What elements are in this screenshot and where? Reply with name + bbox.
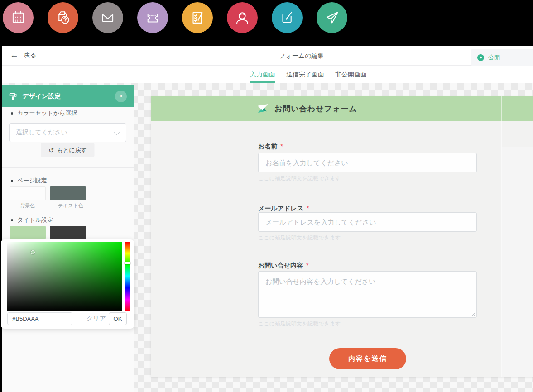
publish-label: 公開	[488, 53, 500, 62]
page-text-swatch-label: テキスト色	[58, 202, 83, 209]
resize-handle-icon[interactable]	[471, 312, 475, 316]
saturation-cursor[interactable]	[31, 250, 35, 254]
inquiry-textarea-wrap	[258, 271, 477, 318]
title-text-color-swatch[interactable]	[50, 226, 86, 239]
editor-header: ← 戻る フォームの編集 公開	[2, 46, 533, 66]
bullet-icon	[11, 112, 13, 115]
form-title: お問い合わせフォーム	[274, 104, 357, 114]
saturation-area[interactable]	[7, 242, 122, 311]
color-set-section-label: カラーセットから選択	[11, 109, 77, 117]
title-background-color-swatch[interactable]	[10, 226, 46, 239]
launcher-item-support[interactable]	[227, 2, 258, 33]
page-section-label: ページ設定	[11, 177, 47, 185]
design-settings-title: デザイン設定	[22, 92, 61, 100]
name-input[interactable]	[258, 153, 477, 172]
ticket-icon	[144, 9, 161, 26]
reset-label: もとに戻す	[57, 146, 87, 154]
title-section-label: タイトル設定	[11, 216, 53, 224]
publish-button[interactable]: 公開	[471, 49, 533, 66]
hex-color-input[interactable]	[7, 312, 72, 325]
page-text-color-swatch[interactable]	[50, 186, 86, 200]
back-label: 戻る	[24, 51, 36, 59]
paper-plane-icon	[323, 9, 341, 26]
submit-button[interactable]: 内容を送信	[329, 348, 406, 369]
back-arrow-icon: ←	[10, 51, 19, 60]
required-mark: *	[307, 205, 309, 212]
email-input[interactable]	[258, 212, 477, 232]
ok-button[interactable]: OK	[109, 312, 127, 325]
support-agent-icon	[234, 9, 251, 26]
required-mark: *	[280, 143, 283, 150]
launcher-item-forms[interactable]	[182, 2, 213, 33]
field-help-name: ここに補足説明文を記載できます	[258, 175, 341, 182]
play-icon	[477, 54, 484, 61]
card-right-overlay	[502, 147, 533, 377]
screen-tabbar: 入力画面 送信完了画面 非公開画面	[2, 66, 533, 83]
back-button[interactable]: ← 戻る	[10, 51, 36, 60]
page-title: フォームの編集	[279, 52, 324, 60]
field-help-inquiry: ここに補足説明文を記載できます	[258, 320, 341, 328]
field-label-email: メールアドレス*	[258, 205, 309, 213]
inquiry-textarea[interactable]	[258, 271, 477, 318]
form-title-row: お問い合わせフォーム	[257, 96, 357, 121]
page-background-swatch-label: 背景色	[20, 202, 35, 209]
mail-icon	[99, 9, 116, 26]
reset-button[interactable]: ↺ もとに戻す	[41, 143, 95, 157]
chevron-down-icon	[114, 129, 120, 135]
launcher-item-mail[interactable]	[92, 2, 123, 33]
section-divider	[2, 167, 134, 168]
field-label-name: お名前*	[258, 143, 283, 151]
app-window: ← 戻る フォームの編集 公開 入力画面 送信完了画面 非公開画面	[2, 46, 533, 392]
page-background-color-swatch[interactable]	[10, 186, 46, 200]
calendar-icon	[10, 9, 27, 26]
color-set-select-value: 選択してください	[16, 129, 67, 137]
launcher-item-ticket[interactable]	[137, 2, 168, 33]
design-settings-header: デザイン設定 ✕	[2, 85, 134, 107]
compose-icon	[279, 9, 296, 26]
hue-slider-handle[interactable]	[125, 262, 130, 264]
bullet-icon	[11, 180, 13, 182]
editor-canvas: デザイン設定 ✕ カラーセットから選択 選択してください ↺ もとに戻す ページ…	[2, 83, 533, 392]
form-title-bar[interactable]: お問い合わせフォーム	[151, 96, 533, 121]
field-label-inquiry: お問い合せ内容*	[258, 262, 308, 270]
clear-button[interactable]: クリア	[84, 314, 109, 323]
field-help-email: ここに補足説明文を記載できます	[258, 234, 341, 242]
launcher-item-calendar[interactable]	[3, 2, 34, 33]
screen-tabs: 入力画面 送信完了画面 非公開画面	[250, 66, 367, 83]
launcher-bar	[0, 0, 533, 46]
required-mark: *	[306, 262, 308, 269]
hue-slider[interactable]	[125, 242, 130, 311]
launcher-item-orders[interactable]	[48, 2, 78, 33]
tab-private-screen[interactable]: 非公開画面	[335, 66, 367, 83]
launcher-icon-row	[3, 2, 347, 33]
form-logo-paper-plane-icon	[257, 104, 269, 114]
color-picker-popup: クリア OK	[1, 239, 134, 329]
launcher-item-compose[interactable]	[272, 2, 303, 33]
color-set-select[interactable]: 選択してください	[9, 123, 126, 142]
bullet-icon	[11, 219, 13, 221]
close-icon[interactable]: ✕	[115, 91, 127, 102]
card-column-divider	[501, 96, 502, 377]
undo-icon: ↺	[48, 147, 54, 154]
package-question-icon	[54, 9, 72, 26]
form-preview-card: お問い合わせフォーム お名前* ここに補足説明文を記載できます メールアドレス*…	[151, 96, 533, 377]
checklist-pencil-icon	[189, 9, 206, 26]
launcher-item-send[interactable]	[317, 2, 347, 33]
tab-complete-screen[interactable]: 送信完了画面	[286, 66, 324, 83]
design-settings-panel: デザイン設定 ✕ カラーセットから選択 選択してください ↺ もとに戻す ページ…	[2, 85, 134, 392]
paint-roller-icon	[9, 92, 18, 101]
tab-input-screen[interactable]: 入力画面	[250, 66, 275, 83]
